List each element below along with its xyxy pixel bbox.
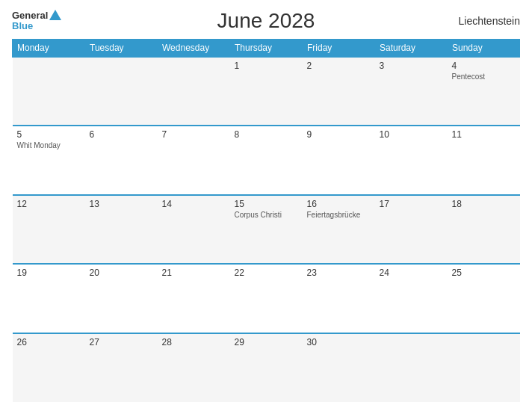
- day-cell: 11: [448, 126, 520, 194]
- day-cell: 12: [13, 195, 85, 264]
- day-number: 22: [235, 268, 298, 278]
- day-number: 3: [380, 61, 443, 71]
- day-number: 12: [17, 199, 81, 209]
- day-number: 2: [307, 61, 371, 71]
- country-name: Liechtenstein: [445, 15, 520, 27]
- day-number: 8: [235, 129, 298, 140]
- col-header-wednesday: Wednesday: [158, 40, 230, 58]
- week-row-2: 5Whit Monday67891011: [13, 126, 520, 194]
- day-number: 25: [452, 268, 516, 278]
- day-number: 4: [452, 61, 516, 71]
- day-cell: 23: [303, 264, 375, 333]
- day-cell: 2: [303, 57, 375, 126]
- day-number: 24: [380, 268, 443, 278]
- day-cell: 20: [85, 264, 158, 333]
- calendar-table: MondayTuesdayWednesdayThursdayFridaySatu…: [12, 39, 520, 402]
- day-cell: 8: [230, 126, 303, 194]
- day-cell: 7: [158, 126, 230, 194]
- day-cell: 19: [13, 264, 85, 333]
- day-number: 1: [235, 61, 298, 71]
- header-row: MondayTuesdayWednesdayThursdayFridaySatu…: [13, 40, 520, 58]
- day-cell: [448, 333, 520, 402]
- day-cell: 26: [13, 333, 85, 402]
- day-number: 7: [162, 129, 226, 140]
- day-cell: 1: [230, 57, 303, 126]
- col-header-sunday: Sunday: [448, 40, 520, 58]
- day-number: 11: [452, 129, 516, 140]
- calendar-page: General Blue June 2028 Liechtenstein Mon…: [0, 0, 532, 411]
- day-number: 30: [307, 337, 371, 347]
- col-header-friday: Friday: [303, 40, 375, 58]
- day-event: Pentecost: [452, 72, 516, 81]
- day-cell: 4Pentecost: [448, 57, 520, 126]
- day-number: 5: [17, 129, 81, 140]
- col-header-monday: Monday: [13, 40, 85, 58]
- col-header-tuesday: Tuesday: [85, 40, 158, 58]
- day-cell: 16Feiertagsbrücke: [303, 195, 375, 264]
- logo: General Blue: [12, 10, 87, 32]
- day-event: Whit Monday: [17, 141, 81, 149]
- day-number: 29: [235, 337, 298, 347]
- day-number: 23: [307, 268, 371, 278]
- day-number: 20: [90, 268, 153, 278]
- day-cell: [13, 57, 85, 126]
- day-cell: 24: [375, 264, 448, 333]
- day-cell: 15Corpus Christi: [230, 195, 303, 264]
- day-cell: 13: [85, 195, 158, 264]
- day-number: 26: [17, 337, 81, 347]
- day-number: 15: [235, 199, 298, 209]
- day-number: 18: [452, 199, 516, 209]
- day-cell: 22: [230, 264, 303, 333]
- week-row-1: 1234Pentecost: [13, 57, 520, 126]
- day-cell: [375, 333, 448, 402]
- day-cell: 5Whit Monday: [13, 126, 85, 194]
- day-number: 10: [380, 129, 443, 140]
- day-cell: 28: [158, 333, 230, 402]
- day-cell: [85, 57, 158, 126]
- day-number: 6: [90, 129, 153, 140]
- week-row-5: 2627282930: [13, 333, 520, 402]
- day-cell: 3: [375, 57, 448, 126]
- day-cell: 25: [448, 264, 520, 333]
- day-cell: 30: [303, 333, 375, 402]
- day-number: 21: [162, 268, 226, 278]
- day-cell: 18: [448, 195, 520, 264]
- day-number: 14: [162, 199, 226, 209]
- col-header-thursday: Thursday: [230, 40, 303, 58]
- day-cell: [158, 57, 230, 126]
- day-number: 27: [90, 337, 153, 347]
- logo-text-general: General: [12, 10, 48, 21]
- day-cell: 9: [303, 126, 375, 194]
- day-number: 28: [162, 337, 226, 347]
- day-number: 13: [90, 199, 153, 209]
- day-cell: 27: [85, 333, 158, 402]
- day-number: 17: [380, 199, 443, 209]
- day-number: 16: [307, 199, 371, 209]
- logo-triangle-icon: [49, 10, 61, 20]
- header: General Blue June 2028 Liechtenstein: [12, 9, 520, 33]
- day-number: 9: [307, 129, 371, 140]
- day-event: Corpus Christi: [235, 211, 298, 219]
- day-cell: 21: [158, 264, 230, 333]
- day-number: 19: [17, 268, 81, 278]
- day-event: Feiertagsbrücke: [307, 211, 371, 219]
- day-cell: 6: [85, 126, 158, 194]
- day-cell: 14: [158, 195, 230, 264]
- week-row-4: 19202122232425: [13, 264, 520, 333]
- col-header-saturday: Saturday: [375, 40, 448, 58]
- day-cell: 29: [230, 333, 303, 402]
- logo-text-blue: Blue: [12, 21, 87, 31]
- week-row-3: 12131415Corpus Christi16Feiertagsbrücke1…: [13, 195, 520, 264]
- month-title: June 2028: [87, 9, 445, 33]
- day-cell: 17: [375, 195, 448, 264]
- day-cell: 10: [375, 126, 448, 194]
